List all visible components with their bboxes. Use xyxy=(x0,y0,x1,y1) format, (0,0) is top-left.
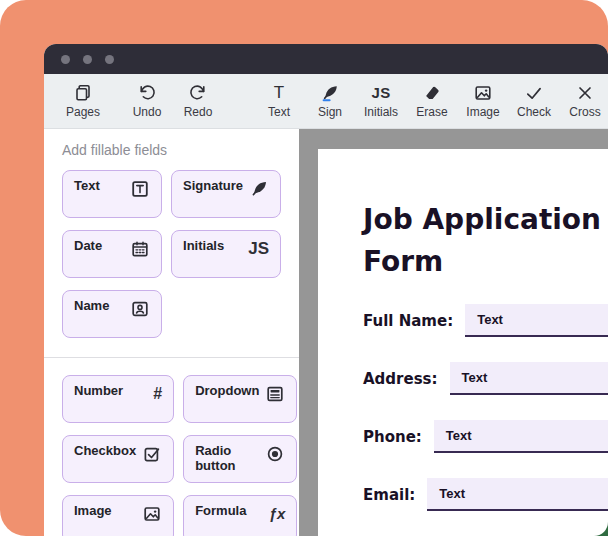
field-button-image[interactable]: Image xyxy=(62,495,174,536)
toolbar-item-label: Text xyxy=(268,105,290,119)
checkbox-icon xyxy=(142,444,162,464)
text-tool-icon: T xyxy=(274,83,284,103)
form-input-full-name[interactable]: Text xyxy=(465,304,608,337)
field-button-signature[interactable]: Signature xyxy=(171,170,281,218)
toolbar-item-label: Cross xyxy=(569,105,600,119)
calendar-icon xyxy=(130,239,150,259)
document-title: Job Application Form xyxy=(363,199,608,283)
hero-canvas: Pages Undo Redo xyxy=(0,0,608,536)
grid-spacer xyxy=(171,290,281,338)
form-input-placeholder: Text xyxy=(462,370,488,385)
field-button-initials[interactable]: Initials JS xyxy=(171,230,281,278)
toolbar-item-cross[interactable]: Cross xyxy=(562,83,608,119)
toolbar-item-pages[interactable]: Pages xyxy=(60,83,106,119)
undo-icon xyxy=(137,83,157,103)
field-button-label: Formula xyxy=(195,504,246,519)
toolbar-item-label: Redo xyxy=(184,105,213,119)
editor-content: Add fillable fields Text Signature xyxy=(44,129,608,536)
toolbar-item-sign[interactable]: Sign xyxy=(307,83,353,119)
field-group-basic: Text Signature xyxy=(62,170,281,338)
toolbar-item-label: Image xyxy=(466,105,499,119)
toolbar-item-label: Pages xyxy=(66,105,100,119)
radio-icon xyxy=(265,444,285,464)
form-input-email[interactable]: Text xyxy=(427,478,608,511)
form-field-label: Full Name: xyxy=(363,312,453,330)
toolbar-item-undo[interactable]: Undo xyxy=(124,83,170,119)
form-input-placeholder: Text xyxy=(439,486,465,501)
toolbar-item-label: Erase xyxy=(416,105,447,119)
signature-pen-icon xyxy=(320,83,340,103)
initials-icon: JS xyxy=(372,83,391,103)
field-button-label: Signature xyxy=(183,179,243,194)
toolbar-item-text[interactable]: T Text xyxy=(256,83,302,119)
toolbar-item-label: Initials xyxy=(364,105,398,119)
eraser-icon xyxy=(422,83,442,103)
field-button-label: Radio button xyxy=(195,444,259,474)
toolbar-item-initials[interactable]: JS Initials xyxy=(358,83,404,119)
field-button-label: Checkbox xyxy=(74,444,136,459)
feather-icon xyxy=(249,179,269,199)
field-button-label: Text xyxy=(74,179,100,194)
toolbar-item-label: Undo xyxy=(133,105,162,119)
window-control-dot[interactable] xyxy=(105,55,114,64)
pages-icon xyxy=(73,83,93,103)
editor-window: Pages Undo Redo xyxy=(44,44,608,536)
image-icon xyxy=(142,504,162,524)
sidebar-divider xyxy=(44,357,299,358)
window-control-dot[interactable] xyxy=(61,55,70,64)
sidebar-header: Add fillable fields xyxy=(62,142,281,158)
id-card-icon xyxy=(130,299,150,319)
field-group-advanced: Number # Dropdown xyxy=(62,375,281,536)
field-button-text[interactable]: Text xyxy=(62,170,162,218)
form-field-label: Phone: xyxy=(363,428,422,446)
field-button-label: Number xyxy=(74,384,123,399)
redo-icon xyxy=(188,83,208,103)
form-input-phone[interactable]: Text xyxy=(434,420,608,453)
field-button-date[interactable]: Date xyxy=(62,230,162,278)
cross-icon xyxy=(575,83,595,103)
editor-toolbar: Pages Undo Redo xyxy=(44,74,608,129)
form-row: Address: Text xyxy=(363,362,608,395)
field-button-label: Dropdown xyxy=(195,384,259,399)
toolbar-item-image[interactable]: Image xyxy=(460,83,506,119)
form-row: Full Name: Text xyxy=(363,304,608,337)
form-row: Phone: Text xyxy=(363,420,608,453)
toolbar-item-label: Sign xyxy=(318,105,342,119)
field-button-label: Image xyxy=(74,504,112,519)
field-button-label: Initials xyxy=(183,239,224,254)
check-icon xyxy=(524,83,544,103)
document-area: Job Application Form Full Name: Text Add… xyxy=(299,129,608,536)
field-button-number[interactable]: Number # xyxy=(62,375,174,423)
window-control-dot[interactable] xyxy=(83,55,92,64)
field-button-label: Date xyxy=(74,239,102,254)
window-titlebar xyxy=(44,44,608,74)
fields-sidebar: Add fillable fields Text Signature xyxy=(44,129,299,536)
form-input-address[interactable]: Text xyxy=(450,362,608,395)
dropdown-list-icon xyxy=(265,384,285,404)
field-button-checkbox[interactable]: Checkbox xyxy=(62,435,174,483)
image-icon xyxy=(473,83,493,103)
initials-icon: JS xyxy=(248,239,269,259)
form-field-label: Address: xyxy=(363,370,438,388)
boxed-text-icon xyxy=(130,179,150,199)
document-page: Job Application Form Full Name: Text Add… xyxy=(318,149,608,536)
hash-icon: # xyxy=(153,384,162,404)
form-row: Email: Text xyxy=(363,478,608,511)
form-input-placeholder: Text xyxy=(446,428,472,443)
field-button-formula[interactable]: Formula ƒx xyxy=(183,495,297,536)
field-button-radio[interactable]: Radio button xyxy=(183,435,297,483)
form-field-label: Email: xyxy=(363,486,415,504)
toolbar-item-erase[interactable]: Erase xyxy=(409,83,455,119)
toolbar-item-redo[interactable]: Redo xyxy=(175,83,221,119)
field-button-label: Name xyxy=(74,299,109,314)
field-button-name[interactable]: Name xyxy=(62,290,162,338)
form-input-placeholder: Text xyxy=(477,312,503,327)
formula-icon: ƒx xyxy=(269,504,286,524)
toolbar-item-check[interactable]: Check xyxy=(511,83,557,119)
toolbar-item-label: Check xyxy=(517,105,551,119)
field-button-dropdown[interactable]: Dropdown xyxy=(183,375,297,423)
